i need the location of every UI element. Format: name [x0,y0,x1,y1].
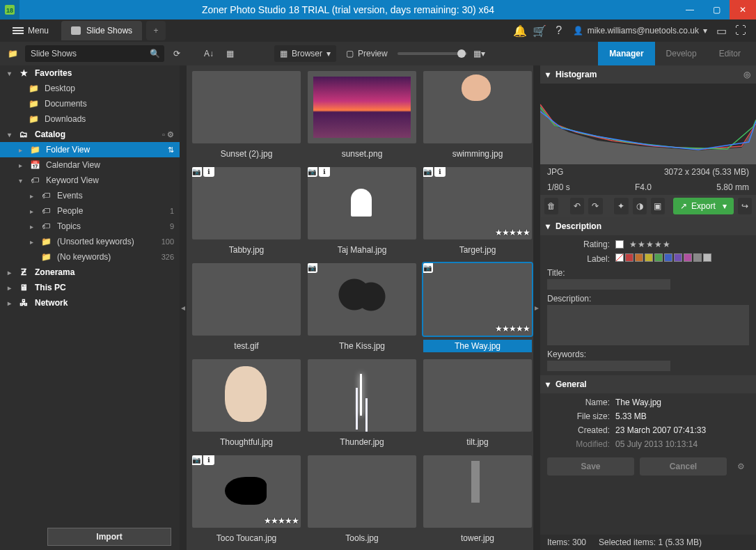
new-tab-button[interactable]: + [146,21,166,40]
label-color-swatch[interactable] [684,253,692,262]
sidebar-zonerama[interactable]: ▸ƵZonerama [0,265,180,280]
notifications-icon[interactable]: 🔔 [510,24,530,38]
minimize-button[interactable]: — [677,0,703,19]
search-icon: 🔍 [150,49,160,58]
catalog-actions[interactable]: ▫ ⚙ [162,130,174,139]
rotate-left-button[interactable]: ↶ [570,198,584,214]
info-badge-icon: ℹ [203,455,214,465]
label-color-swatch[interactable] [625,253,633,262]
sidebar-item-people[interactable]: ▸🏷People1 [0,203,180,219]
slider-knob[interactable] [457,49,466,58]
preview-mode-button[interactable]: ▢ Preview [340,45,393,62]
thumbnail-item[interactable]: Sunset (2).jpg [192,71,301,160]
tab-slide-shows[interactable]: Slide Shows [61,21,142,40]
fullscreen-icon[interactable]: ⛶ [731,24,750,37]
general-header[interactable]: ▾General [540,375,756,393]
sidebar-item-documents[interactable]: 📁Documents [0,96,180,111]
close-button[interactable]: ✕ [730,0,756,19]
refresh-button[interactable]: ⟳ [168,45,185,62]
pc-icon: 🖥 [18,283,29,292]
folder-icon [71,26,81,35]
description-header[interactable]: ▾Description [540,217,756,235]
thumbnail-item[interactable]: Thoughtful.jpg [192,359,301,448]
maximize-button[interactable]: ▢ [703,0,730,19]
delete-button[interactable]: 🗑 [544,198,558,214]
sidebar-item-desktop[interactable]: 📁Desktop [0,81,180,96]
sidebar-item-nokeywords[interactable]: 📁(No keywords)326 [0,249,180,265]
collapse-sidebar-handle[interactable]: ◂ [180,65,187,550]
sidebar-catalog[interactable]: ▾🗂Catalog▫ ⚙ [0,127,180,142]
filter-button[interactable]: ▦ [221,45,238,62]
thumbnail-item[interactable]: 📷The Kiss.jpg [308,263,416,352]
thumbnail-item[interactable]: 📷ℹTabby.jpg [192,167,301,256]
thumbnail-item[interactable]: tower.jpg [423,455,532,544]
user-email: mike.williams@nuetools.co.uk [588,26,699,36]
rating-stars[interactable]: ★★★★★ [629,239,671,249]
sidebar-item-topics[interactable]: ▸🏷Topics9 [0,219,180,234]
quick-fix-button[interactable]: ✦ [614,198,628,214]
thumbnail-zoom-slider[interactable] [397,52,467,55]
thumbnail-item[interactable]: sunset.png [308,71,416,160]
thumbnail-item[interactable]: swimming.jpg [423,71,532,160]
sidebar-item-events[interactable]: ▸🏷Events [0,188,180,203]
file-format-line: JPG 3072 x 2304 (5.33 MB) [540,164,756,180]
up-folder-button[interactable]: 📁 [4,45,21,62]
export-button[interactable]: ↗Export▾ [673,198,734,214]
thumbnail-image: 📷ℹ★★★★★ [192,455,301,528]
histogram-header[interactable]: ▾Histogram◎ [540,65,756,84]
label-color-swatch[interactable] [645,253,653,262]
sidebar-favorites[interactable]: ▾★Favorites [0,65,180,81]
label-color-swatch[interactable] [674,253,682,262]
thumbnail-item[interactable]: 📷ℹ★★★★★Target.jpg [423,167,532,256]
label-color-swatch[interactable] [703,253,711,262]
thumbnail-item[interactable]: test.gif [192,263,301,352]
sort-button[interactable]: A↓ [200,45,217,62]
keywords-input[interactable] [547,361,670,371]
user-menu[interactable]: 👤 mike.williams@nuetools.co.uk ▾ [569,26,711,36]
sidebar-item-downloads[interactable]: 📁Downloads [0,111,180,127]
thumbnail-item[interactable]: 📷ℹTaj Mahal.jpg [308,167,416,256]
description-input[interactable] [547,305,749,345]
share-button[interactable]: ↪ [738,198,752,214]
label-color-swatch[interactable] [693,253,702,262]
label-color-swatch[interactable] [654,253,663,262]
label-color-swatch[interactable] [664,253,672,262]
rating-clear-swatch[interactable] [615,240,624,249]
sidebar-item-calendar-view[interactable]: ▸📅Calendar View [0,157,180,173]
label-color-swatch[interactable] [635,253,643,262]
tag-icon: 🏷 [40,221,52,231]
secondary-display-icon[interactable]: ▭ [711,24,731,38]
thumbnail-item[interactable]: 📷★★★★★The Way.jpg [423,263,532,352]
right-pane: ▾Histogram◎ JPG 3072 x 2304 (5.33 MB) 1/… [540,65,756,550]
tab-editor[interactable]: Editor [708,42,752,65]
label-color-swatch[interactable] [615,253,624,262]
sidebar-item-keyword-view[interactable]: ▾🏷Keyword View [0,173,180,188]
title-input[interactable] [547,279,670,290]
thumbnail-item[interactable]: tilt.jpg [423,359,532,448]
settings-gear-icon[interactable]: ⚙ [732,457,749,476]
external-editor-button[interactable]: ▣ [651,198,665,214]
location-search[interactable]: Slide Shows 🔍 [25,45,164,62]
thumbnail-options-button[interactable]: ▦▾ [471,45,488,62]
browser-mode-dropdown[interactable]: ▦ Browser ▾ [274,45,336,62]
tab-develop[interactable]: Develop [655,42,708,65]
tab-manager[interactable]: Manager [598,42,654,65]
quick-edit-button[interactable]: ◑ [633,198,647,214]
sidebar-network[interactable]: ▸🖧Network [0,295,180,311]
collapse-rightpane-handle[interactable]: ▸ [533,65,540,550]
sidebar-item-unsorted[interactable]: ▸📁(Unsorted keywords)100 [0,234,180,249]
thumbnail-item[interactable]: 📷ℹ★★★★★Toco Toucan.jpg [192,455,301,544]
target-icon[interactable]: ◎ [743,70,750,79]
rotate-right-button[interactable]: ↷ [588,198,602,214]
help-icon[interactable]: ? [549,24,569,37]
cancel-button[interactable]: Cancel [640,457,727,476]
main-menu-button[interactable]: Menu [6,23,56,38]
thumbnail-item[interactable]: Tools.jpg [308,455,416,544]
sidebar-item-folder-view[interactable]: ▸📁Folder View⇅ [0,142,180,157]
status-selected: Selected items: 1 (5.33 MB) [599,537,702,547]
thumbnail-item[interactable]: Thunder.jpg [308,359,416,448]
save-button[interactable]: Save [547,457,634,476]
sidebar-thispc[interactable]: ▸🖥This PC [0,280,180,295]
import-button[interactable]: Import [47,528,171,546]
cart-icon[interactable]: 🛒 [530,24,549,38]
